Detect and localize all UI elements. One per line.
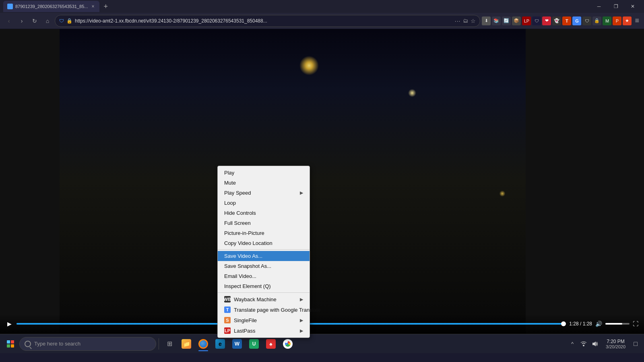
- restore-button[interactable]: ❐: [608, 1, 624, 12]
- taskbar-chrome[interactable]: [280, 336, 296, 352]
- taskbar-upwork[interactable]: U: [246, 336, 262, 352]
- progress-thumb[interactable]: [561, 321, 566, 326]
- taskbar-word[interactable]: W: [229, 336, 245, 352]
- context-menu-pip[interactable]: Picture-in-Picture: [218, 228, 310, 238]
- context-menu-copy-video-location[interactable]: Copy Video Location: [218, 238, 310, 248]
- tray-up-arrow[interactable]: ^: [567, 339, 578, 349]
- upwork-icon: U: [249, 339, 259, 349]
- taskbar-firefox[interactable]: [195, 336, 211, 352]
- chrome-icon: [283, 339, 293, 349]
- play-pause-button[interactable]: ▶: [6, 319, 13, 329]
- lastpass-arrow: ▶: [300, 328, 303, 333]
- ghostery-icon[interactable]: 👻: [552, 16, 561, 25]
- context-menu-mute[interactable]: Mute: [218, 178, 310, 188]
- email-video-label: Email Video...: [224, 273, 256, 279]
- play-label: Play: [224, 170, 234, 176]
- refresh-button[interactable]: ↻: [29, 15, 40, 27]
- volume-fill: [605, 323, 622, 325]
- context-menu-hide-controls[interactable]: Hide Controls: [218, 208, 310, 218]
- context-menu-save-snapshot-as[interactable]: Save Snapshot As...: [218, 261, 310, 271]
- task-view-button[interactable]: ⊞: [161, 336, 178, 352]
- taskbar-search[interactable]: Type here to search: [19, 337, 156, 351]
- edge-icon: e: [215, 339, 225, 349]
- ext3-icon[interactable]: T: [562, 16, 571, 25]
- ext7-icon[interactable]: ★: [623, 16, 632, 25]
- pip-label: Picture-in-Picture: [224, 230, 264, 236]
- video-controls-bar: ▶ 1:28 / 1:28 🔊 ⛶: [0, 314, 644, 334]
- back-button[interactable]: ‹: [3, 15, 14, 27]
- context-menu-singlefile[interactable]: S SingleFile ▶: [218, 315, 310, 325]
- context-menu-email-video[interactable]: Email Video...: [218, 271, 310, 281]
- task-view-icon: ⊞: [167, 340, 172, 348]
- active-indicator: [198, 350, 208, 351]
- left-padding: [0, 29, 60, 334]
- search-placeholder: Type here to search: [34, 341, 80, 347]
- start-button[interactable]: [2, 336, 19, 352]
- context-menu-save-video-as[interactable]: Save Video As...: [218, 251, 310, 261]
- more-options-icon[interactable]: ···: [455, 18, 461, 24]
- wayback-arrow: ▶: [300, 297, 303, 302]
- address-bar[interactable]: 🛡 🔒 https://video-amt2-1.xx.fbcdn.net/v/…: [55, 15, 480, 27]
- tray-network-icon[interactable]: [578, 339, 589, 349]
- taskbar-explorer[interactable]: 📁: [178, 336, 194, 352]
- google-ext-icon[interactable]: G: [572, 16, 581, 25]
- context-menu-full-screen[interactable]: Full Screen: [218, 218, 310, 228]
- tray-volume-icon[interactable]: [590, 339, 600, 349]
- taskbar-divider-1: [159, 338, 159, 350]
- search-icon: [25, 341, 31, 347]
- logo-block-tr: [11, 340, 14, 343]
- video-container: ▶ 1:28 / 1:28 🔊 ⛶ Play Mute Play Speed ▶…: [0, 29, 644, 334]
- lastpass-toolbar-icon[interactable]: LP: [522, 16, 531, 25]
- window-controls: ─ ❐ ✕: [591, 1, 641, 12]
- clock-area[interactable]: 7:20 PM 3/20/2020: [603, 336, 629, 352]
- clock-time: 7:20 PM: [607, 339, 625, 344]
- url-text: https://video-amt2-1.xx.fbcdn.net/v/t39.…: [75, 18, 452, 24]
- translate-logo: T: [224, 306, 231, 313]
- context-menu-play[interactable]: Play: [218, 168, 310, 178]
- taskbar: Type here to search ⊞ 📁 e W U ♠: [0, 334, 644, 353]
- system-tray: ^: [567, 339, 600, 349]
- mute-label: Mute: [224, 180, 236, 186]
- volume-button[interactable]: 🔊: [595, 321, 602, 327]
- context-menu-translate-page[interactable]: T Translate page with Google Translate: [218, 304, 310, 315]
- context-menu-lastpass[interactable]: LP LastPass ▶: [218, 325, 310, 336]
- sync-icon[interactable]: 🔄: [502, 16, 511, 25]
- extensions-area: ⬇ 📚 🔄 📦 LP 🛡 ❤ 👻 T G 🛡 🔒 M P ★: [482, 16, 632, 25]
- active-tab[interactable]: 87901239_2802063276543531_85... ×: [3, 1, 99, 12]
- library-icon[interactable]: 📚: [492, 16, 501, 25]
- downloads-icon[interactable]: ⬇: [482, 16, 491, 25]
- bookmark-icon[interactable]: ☆: [471, 18, 476, 24]
- windows-logo: [7, 340, 14, 348]
- pocket-icon[interactable]: 🗂: [463, 18, 468, 24]
- ext4-icon[interactable]: 🛡: [582, 16, 591, 25]
- menu-separator-1: [218, 249, 310, 250]
- context-menu-play-speed[interactable]: Play Speed ▶: [218, 188, 310, 198]
- container-icon[interactable]: 📦: [512, 16, 521, 25]
- browser-menu-button[interactable]: ≡: [633, 16, 641, 25]
- gmail-icon[interactable]: M: [603, 16, 611, 25]
- singlefile-label: SingleFile: [234, 317, 257, 323]
- explorer-icon: 📁: [182, 339, 191, 349]
- close-button[interactable]: ✕: [625, 1, 641, 12]
- lock-icon: 🔒: [66, 18, 72, 24]
- fullscreen-button[interactable]: ⛶: [633, 321, 638, 327]
- tab-close-button[interactable]: ×: [90, 3, 95, 10]
- volume-bar[interactable]: [605, 323, 630, 325]
- time-display: 1:28 / 1:28: [569, 321, 592, 327]
- taskbar-edge[interactable]: e: [212, 336, 228, 352]
- context-menu-loop[interactable]: Loop: [218, 198, 310, 208]
- shield-icon: 🛡: [59, 18, 64, 24]
- ext2-icon[interactable]: ❤: [542, 16, 551, 25]
- notification-button[interactable]: □: [630, 336, 642, 352]
- context-menu-inspect-element[interactable]: Inspect Element (Q): [218, 281, 310, 291]
- new-tab-button[interactable]: +: [101, 2, 110, 11]
- ext6-icon[interactable]: P: [613, 16, 621, 25]
- home-button[interactable]: ⌂: [42, 15, 53, 27]
- ublock-icon[interactable]: 🛡: [532, 16, 541, 25]
- taskbar-app5[interactable]: ♠: [263, 336, 279, 352]
- forward-button[interactable]: ›: [16, 15, 27, 27]
- wayback-machine-label: Wayback Machine: [234, 296, 277, 302]
- context-menu-wayback-machine[interactable]: WB Wayback Machine ▶: [218, 294, 310, 304]
- minimize-button[interactable]: ─: [591, 1, 607, 12]
- ext5-icon[interactable]: 🔒: [592, 16, 601, 25]
